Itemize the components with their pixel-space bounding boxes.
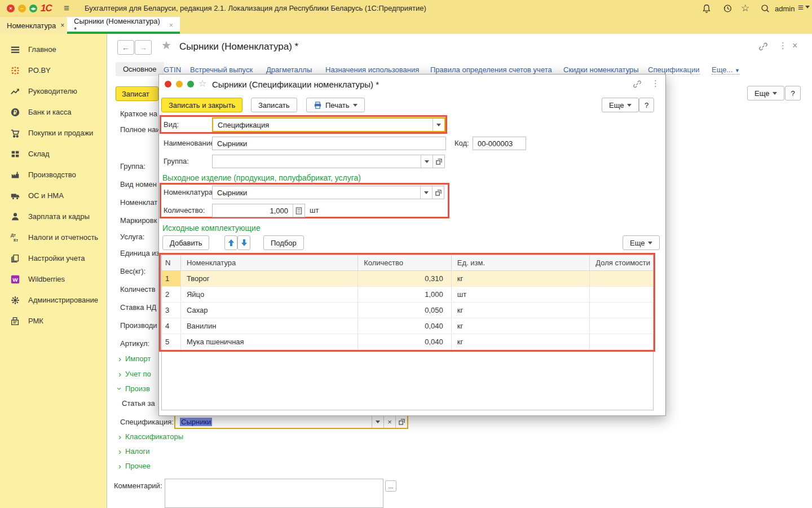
dialog-minimize-icon[interactable] — [176, 81, 183, 87]
link-icon[interactable] — [633, 80, 642, 89]
history-icon[interactable] — [722, 3, 732, 14]
dialog-star-icon[interactable]: ☆ — [198, 78, 206, 89]
group-uchet[interactable]: ›Учет по — [118, 370, 151, 378]
help-button[interactable]: ? — [785, 86, 801, 100]
resize-app-icon[interactable]: ◂▸ — [29, 5, 37, 12]
dropdown-icon[interactable] — [433, 119, 444, 131]
field-label: Услуга: — [120, 233, 144, 241]
tab-dragmetally[interactable]: Драгметаллы — [266, 65, 312, 75]
sidebar-item-poby[interactable]: PO.BY — [0, 60, 107, 81]
components-more-button[interactable]: Еще — [623, 235, 660, 250]
dialog-help-button[interactable]: ? — [639, 98, 654, 112]
sidebar-item-proizvodstvo[interactable]: Производство — [0, 164, 107, 185]
tab-more[interactable]: Еще... ▼ — [712, 65, 740, 75]
user-name[interactable]: admin — [775, 5, 795, 13]
close-app-icon[interactable]: × — [7, 5, 15, 12]
group-input[interactable] — [212, 155, 445, 168]
print-button[interactable]: Печать — [306, 98, 365, 112]
nomenclature-input[interactable]: Сырники — [212, 186, 444, 199]
sidebar-item-os-nma[interactable]: ОС и НМА — [0, 185, 107, 206]
move-down-button[interactable] — [237, 235, 250, 250]
group-proizvodstvo[interactable]: ›Произв — [118, 384, 150, 393]
favorites-star-icon[interactable]: ☆ — [741, 2, 749, 14]
quantity-input[interactable]: 1,000 — [212, 204, 305, 217]
save-close-button[interactable]: Записать и закрыть — [161, 98, 242, 112]
search-icon[interactable] — [760, 3, 770, 14]
close-tab-icon[interactable]: × — [169, 21, 173, 29]
notifications-bell-icon[interactable] — [701, 3, 712, 14]
field-label: Артикул: — [120, 339, 149, 348]
close-tab-icon[interactable]: × — [60, 21, 64, 29]
gear-icon — [10, 295, 21, 306]
open-icon[interactable] — [432, 186, 444, 199]
tab-vstrechny-vypusk[interactable]: Встречный выпуск — [190, 65, 253, 75]
sidebar-item-pokupki-prodazhi[interactable]: Покупки и продажи — [0, 122, 107, 143]
tab-skidki[interactable]: Скидки номенклатуры — [563, 65, 639, 75]
vid-select[interactable]: Спецификация — [212, 117, 445, 132]
save-button[interactable]: Записать — [251, 98, 297, 112]
save-button-clipped[interactable]: Записат — [116, 86, 158, 101]
minimize-app-icon[interactable]: – — [18, 5, 26, 12]
comment-input[interactable] — [165, 479, 383, 508]
more-button[interactable]: Еще — [747, 86, 784, 100]
main-menu-icon[interactable]: ≡ — [64, 3, 69, 14]
comment-label: Комментарий: — [114, 481, 162, 490]
move-up-button[interactable] — [224, 235, 237, 250]
open-icon[interactable] — [395, 415, 407, 428]
tab-gtin[interactable]: GTIN — [164, 65, 181, 75]
clear-icon[interactable]: × — [383, 415, 395, 428]
cash-register-icon — [10, 316, 21, 327]
kebab-menu-icon[interactable]: ⋮ — [779, 41, 787, 51]
tab-pravila-schetov[interactable]: Правила определения счетов учета — [430, 65, 552, 75]
sidebar-item-label: Покупки и продажи — [28, 129, 93, 137]
tab-nomenclature[interactable]: Номенклатура × — [0, 17, 72, 34]
sidebar-item-nalogi-otchetnost[interactable]: ДтКт Налоги и отчетность — [0, 227, 107, 248]
sidebar-item-bank-kassa[interactable]: ₽ Банк и касса — [0, 102, 107, 122]
dropdown-icon[interactable] — [420, 186, 432, 199]
window-title: Бухгалтерия для Беларуси, редакция 2.1. … — [85, 4, 479, 12]
sidebar-item-zarplata-kadry[interactable]: Зарплата и кадры — [0, 206, 107, 227]
comment-more-button[interactable]: ... — [385, 480, 396, 492]
sidebar-item-rmk[interactable]: РМК — [0, 310, 107, 331]
name-label: Наименование: — [164, 139, 217, 147]
group-nalogi[interactable]: ›Налоги — [118, 447, 150, 456]
pick-button[interactable]: Подбор — [263, 235, 304, 250]
dialog-more-button[interactable]: Еще — [602, 98, 639, 112]
sidebar-item-sklad[interactable]: Склад — [0, 143, 107, 164]
name-input[interactable]: Сырники — [212, 137, 446, 150]
sidebar-item-nastroyki-ucheta[interactable]: Настройки учета — [0, 248, 107, 269]
dropdown-icon[interactable] — [421, 155, 433, 168]
field-label: Вес(кг): — [120, 267, 145, 275]
tab-specifikacii[interactable]: Спецификации — [648, 65, 700, 75]
dialog-maximize-icon[interactable] — [187, 81, 194, 87]
link-icon[interactable] — [758, 42, 768, 51]
spec-field[interactable]: Сырники × — [174, 414, 408, 429]
group-prochee[interactable]: ›Прочее — [118, 462, 151, 470]
sidebar-item-glavnoe[interactable]: Главное — [0, 39, 107, 60]
tab-naznacheniya[interactable]: Назначения использования — [325, 65, 419, 75]
calculator-icon[interactable] — [293, 204, 304, 217]
add-button[interactable]: Добавить — [162, 235, 209, 250]
group-import[interactable]: ›Импорт — [118, 354, 151, 363]
forward-button[interactable]: → — [135, 40, 152, 55]
spec-field-label: Спецификация: — [120, 418, 174, 426]
tab-more-label: Еще... — [712, 65, 732, 74]
dropdown-icon[interactable] — [372, 415, 383, 428]
selected-text: Сырники — [180, 418, 212, 426]
group-klassifikatory[interactable]: ›Классификаторы — [118, 432, 183, 441]
sidebar-item-rukovoditelyu[interactable]: Руководителю — [0, 81, 107, 102]
back-button[interactable]: ← — [117, 40, 134, 55]
service-menu-icon[interactable]: ≡ — [798, 2, 808, 14]
sidebar-item-administrirovanie[interactable]: Администрирование — [0, 290, 107, 310]
kebab-menu-icon[interactable]: ⋮ — [651, 78, 660, 89]
more-label: Еще — [630, 239, 645, 247]
shopping-cart-icon — [10, 128, 21, 139]
dialog-close-icon[interactable] — [165, 81, 171, 87]
sidebar-item-wildberries[interactable]: W Wildberries — [0, 269, 107, 290]
code-input[interactable]: 00-000003 — [473, 137, 526, 150]
favorite-star-icon[interactable]: ★ — [161, 38, 171, 52]
open-icon[interactable] — [433, 155, 444, 168]
tab-osnovnoe[interactable]: Основное — [116, 62, 164, 76]
tab-syrniki[interactable]: Сырники (Номенклатура) * × — [67, 17, 180, 34]
close-form-icon[interactable]: × — [792, 41, 797, 51]
